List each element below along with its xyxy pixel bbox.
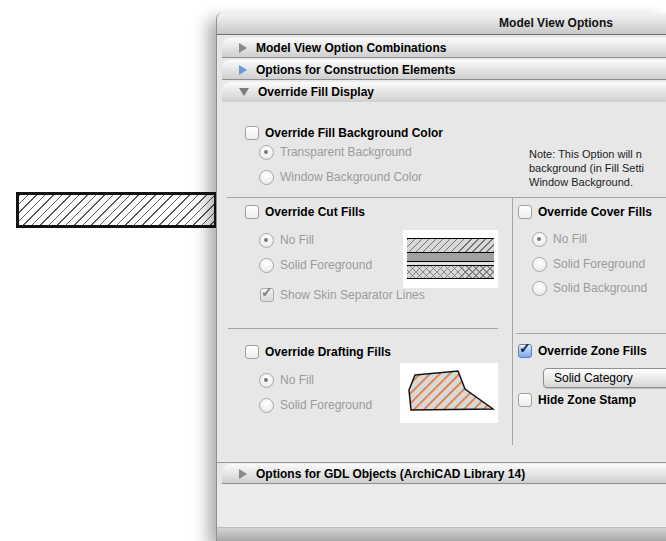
checkbox-label: Show Skin Separator Lines: [280, 288, 425, 302]
drafting-fills-solid-foreground-radio[interactable]: Solid Foreground: [259, 397, 372, 413]
checkbox-label: Override Zone Fills: [538, 344, 647, 358]
disclosure-triangle-down-icon: [239, 88, 249, 96]
zone-fill-category-dropdown[interactable]: Solid Category: [543, 368, 666, 388]
solid-band: [407, 252, 494, 261]
accordion-label: Options for GDL Objects (ArchiCAD Librar…: [256, 467, 525, 481]
radio-label: Solid Foreground: [553, 257, 645, 271]
checkbox-label: Override Drafting Fills: [265, 345, 391, 359]
checkbox-label: Override Fill Background Color: [265, 126, 443, 140]
dialog-bottom-edge: [217, 527, 666, 541]
accordion-options-for-construction-elements[interactable]: Options for Construction Elements: [222, 59, 666, 80]
accordion-label: Model View Option Combinations: [256, 41, 446, 55]
model-view-options-dialog: Model View Options Model View Option Com…: [216, 13, 666, 541]
cut-fills-no-fill-radio[interactable]: No Fill: [259, 232, 314, 248]
checkbox-icon: [518, 205, 532, 219]
checkbox-label: Hide Zone Stamp: [538, 393, 636, 407]
checkbox-icon: [518, 393, 532, 407]
radio-icon: [532, 257, 547, 272]
separator-line: [516, 333, 666, 334]
checkbox-checked-icon: ✓: [260, 288, 274, 302]
checkbox-label: Override Cover Fills: [538, 205, 652, 219]
radio-selected-icon: [259, 373, 274, 388]
checkbox-icon: [245, 345, 259, 359]
screen: Model View Options Model View Option Com…: [0, 0, 666, 541]
hatched-polygon-graphic: [400, 363, 498, 423]
checkbox-checked-icon: ✓: [518, 344, 532, 358]
separator-line: [227, 197, 666, 198]
checkbox-icon: [245, 205, 259, 219]
cover-fills-solid-background-radio[interactable]: Solid Background: [532, 280, 647, 296]
dropdown-value: Solid Category: [554, 371, 633, 385]
radio-label: Window Background Color: [280, 170, 422, 184]
separator-line: [228, 328, 498, 329]
dialog-title-bar[interactable]: Model View Options: [217, 13, 666, 35]
disclosure-triangle-icon: [239, 469, 247, 479]
accordion-label: Options for Construction Elements: [256, 63, 455, 77]
column-divider: [512, 197, 513, 445]
checkbox-label: Override Cut Fills: [265, 205, 365, 219]
override-drafting-fills-checkbox[interactable]: Override Drafting Fills: [245, 344, 391, 360]
override-cover-fills-checkbox[interactable]: Override Cover Fills: [518, 204, 652, 220]
radio-selected-icon: [259, 233, 274, 248]
accordion-options-for-gdl-objects[interactable]: Options for GDL Objects (ArchiCAD Librar…: [222, 463, 666, 484]
disclosure-triangle-icon: [239, 65, 247, 75]
cover-fills-solid-foreground-radio[interactable]: Solid Foreground: [532, 256, 645, 272]
radio-icon: [259, 258, 274, 273]
radio-label: No Fill: [553, 232, 587, 246]
override-fill-background-color-checkbox[interactable]: Override Fill Background Color: [245, 125, 443, 141]
dialog-lower-area: [217, 485, 666, 527]
checkbox-icon: [245, 126, 259, 140]
radio-icon: [259, 398, 274, 413]
accordion-model-view-option-combinations[interactable]: Model View Option Combinations: [222, 37, 666, 58]
radio-label: Solid Foreground: [280, 398, 372, 412]
accordion-override-fill-display[interactable]: Override Fill Display: [222, 81, 666, 102]
wall-section-preview: [407, 238, 494, 279]
note-line: background (in Fill Setti: [529, 161, 666, 175]
accordion-label: Override Fill Display: [258, 85, 374, 99]
wall-element-graphic: [16, 192, 217, 228]
show-skin-separator-lines-checkbox[interactable]: ✓ Show Skin Separator Lines: [260, 287, 425, 303]
drafting-fill-preview-image: [400, 363, 498, 423]
note-text: Note: This Option will n background (in …: [529, 147, 666, 189]
crosshatch-band: [407, 265, 494, 279]
window-background-color-radio[interactable]: Window Background Color: [259, 169, 422, 185]
drafting-fills-no-fill-radio[interactable]: No Fill: [259, 372, 314, 388]
radio-label: Solid Foreground: [280, 258, 372, 272]
cut-fills-solid-foreground-radio[interactable]: Solid Foreground: [259, 257, 372, 273]
note-line: Window Background.: [529, 175, 666, 189]
radio-label: No Fill: [280, 233, 314, 247]
radio-selected-icon: [532, 232, 547, 247]
radio-label: Transparent Background: [280, 145, 412, 159]
radio-label: No Fill: [280, 373, 314, 387]
note-line: Note: This Option will n: [529, 147, 666, 161]
radio-selected-icon: [259, 145, 274, 160]
radio-label: Solid Background: [553, 281, 647, 295]
disclosure-triangle-icon: [239, 43, 247, 53]
override-cut-fills-checkbox[interactable]: Override Cut Fills: [245, 204, 365, 220]
override-zone-fills-checkbox[interactable]: ✓ Override Zone Fills: [518, 343, 647, 359]
hatch-band: [407, 238, 494, 252]
radio-icon: [259, 170, 274, 185]
cover-fills-no-fill-radio[interactable]: No Fill: [532, 231, 587, 247]
radio-icon: [532, 281, 547, 296]
dialog-title: Model View Options: [499, 16, 613, 30]
transparent-background-radio[interactable]: Transparent Background: [259, 144, 412, 160]
cut-fill-preview-image: [403, 230, 498, 288]
hide-zone-stamp-checkbox[interactable]: Hide Zone Stamp: [518, 392, 636, 408]
